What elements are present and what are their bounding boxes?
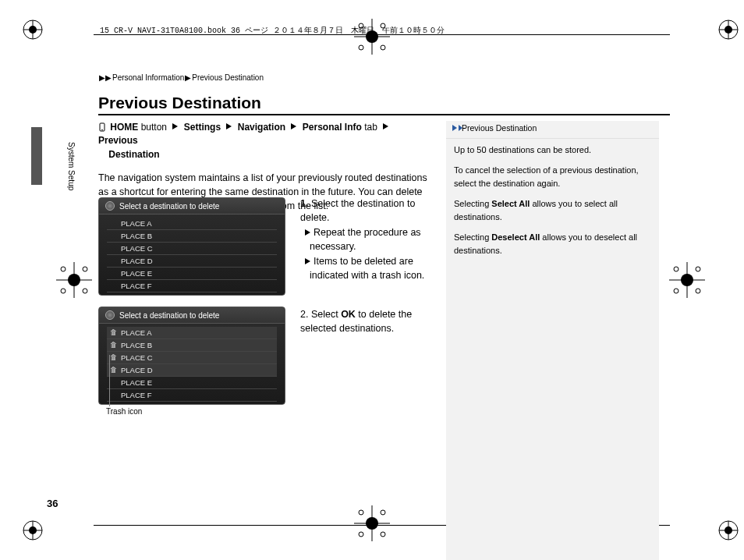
trash-icon: 🗑 xyxy=(110,353,117,361)
trash-caption: Trash icon xyxy=(106,407,142,416)
arrow-icon xyxy=(226,123,232,129)
arrow-icon xyxy=(305,229,310,236)
step-1: 1. Select the destination to delete. Rep… xyxy=(300,197,437,282)
svg-point-26 xyxy=(359,532,363,537)
svg-point-21 xyxy=(359,45,363,50)
sidebar-p2: To cancel the selection of a previous de… xyxy=(454,164,651,190)
section-label: System Setup xyxy=(67,142,76,190)
shot-title: Select a destination to delete xyxy=(99,198,285,214)
list-item: PLACE D xyxy=(107,255,277,268)
path-settings: Settings xyxy=(184,122,221,133)
shot-title: Select a destination to delete xyxy=(99,307,285,324)
list-item: 🗑PLACE A xyxy=(107,327,277,339)
arrow-icon xyxy=(291,123,296,129)
list-item: PLACE F xyxy=(107,389,277,402)
crosshair-icon xyxy=(56,262,92,298)
list-item: 🗑PLACE B xyxy=(107,339,277,352)
list-item: PLACE E xyxy=(107,377,277,389)
callout-line xyxy=(109,355,110,406)
page-number: 36 xyxy=(47,498,58,509)
sidebar-p1: Up to 50 destinations can be stored. xyxy=(454,144,651,157)
crop-mark-icon xyxy=(22,519,44,541)
crop-mark-icon xyxy=(717,19,739,41)
screenshot-1: Select a destination to delete PLACE A P… xyxy=(98,197,285,296)
sidebar-p3: Selecting Select All allows you to selec… xyxy=(454,197,651,223)
trash-icon: 🗑 xyxy=(110,341,117,349)
svg-point-12 xyxy=(83,289,87,293)
svg-point-14 xyxy=(674,267,678,271)
svg-point-29 xyxy=(101,129,103,131)
svg-point-9 xyxy=(61,267,66,271)
page-title: Previous Destination xyxy=(98,94,261,112)
arrow-icon xyxy=(172,123,178,129)
svg-point-1 xyxy=(29,26,37,34)
list-item: 🗑PLACE D xyxy=(107,364,277,377)
svg-point-5 xyxy=(29,526,37,534)
svg-point-15 xyxy=(696,267,700,271)
svg-point-25 xyxy=(381,510,385,515)
path-navigation: Navigation xyxy=(238,122,285,133)
trash-icon: 🗑 xyxy=(110,366,117,374)
svg-point-24 xyxy=(359,510,363,515)
doc-header: 15 CR-V NAVI-31T0A8100.book 36 ページ ２０１４年… xyxy=(100,25,445,36)
path-home: HOME xyxy=(110,122,138,133)
info-sidebar: Previous Destination Up to 50 destinatio… xyxy=(446,121,659,560)
arrow-icon xyxy=(305,258,310,264)
breadcrumb-2: Previous Destination xyxy=(192,73,264,82)
nav-path: HOME button Settings Navigation Personal… xyxy=(98,121,434,161)
svg-point-22 xyxy=(381,45,385,50)
list-item: PLACE A xyxy=(107,218,277,230)
crosshair-icon xyxy=(669,262,705,298)
svg-point-27 xyxy=(381,532,385,537)
sidebar-head: Previous Destination xyxy=(462,123,537,133)
crosshair-icon xyxy=(354,505,390,541)
breadcrumb-1: Personal Information xyxy=(112,73,184,82)
breadcrumb: ▶▶Personal Information▶Previous Destinat… xyxy=(98,73,264,82)
svg-point-7 xyxy=(725,526,732,534)
list-item: PLACE B xyxy=(107,230,277,243)
path-destination: Destination xyxy=(108,149,159,160)
list-item: PLACE E xyxy=(107,268,277,280)
svg-point-11 xyxy=(61,289,66,293)
list-item: 🗑PLACE C xyxy=(107,352,277,364)
svg-point-17 xyxy=(696,289,700,293)
section-tab xyxy=(31,127,42,185)
screenshot-2: Select a destination to delete 🗑PLACE A … xyxy=(98,307,285,405)
home-icon xyxy=(98,122,106,132)
crop-mark-icon xyxy=(22,19,44,41)
path-previous: Previous xyxy=(98,135,138,146)
list-item: PLACE F xyxy=(107,280,277,292)
path-personal: Personal Info xyxy=(303,122,362,133)
trash-icon: 🗑 xyxy=(110,328,117,336)
title-underline xyxy=(98,114,670,115)
arrow-icon xyxy=(383,123,388,129)
svg-point-16 xyxy=(674,289,678,293)
list-item: PLACE C xyxy=(107,243,277,255)
svg-point-10 xyxy=(83,267,87,271)
svg-point-3 xyxy=(725,26,732,34)
sidebar-p4: Selecting Deselect All allows you to des… xyxy=(454,231,651,257)
crop-mark-icon xyxy=(717,519,739,541)
crosshair-icon xyxy=(354,19,390,55)
step-2: 2. Select OK to delete the selected dest… xyxy=(300,308,437,335)
